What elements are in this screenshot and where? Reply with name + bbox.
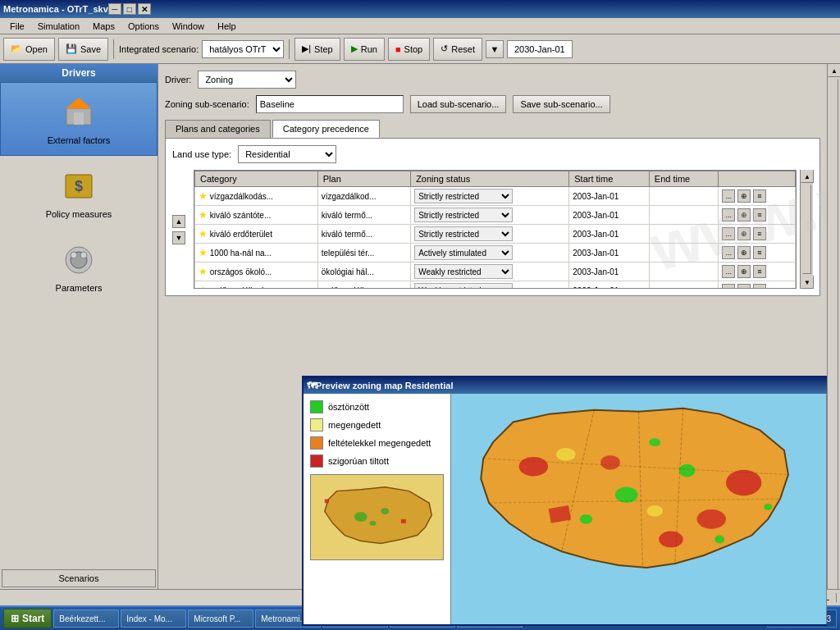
cell-status[interactable]: Weakly restricted Actively stimulatedStr…	[411, 281, 569, 290]
svg-rect-13	[325, 499, 329, 503]
close-btn[interactable]: ✕	[138, 3, 151, 15]
move-up-btn[interactable]: ▲	[172, 215, 185, 228]
row-step-btn[interactable]: ⊕	[737, 265, 751, 278]
tab-bar: Plans and categories Category precedence	[165, 120, 820, 138]
row-more-btn[interactable]: ≡	[753, 246, 766, 259]
table-scrollbar[interactable]: ▲ ▼	[800, 170, 813, 289]
svg-marker-1	[66, 98, 91, 108]
row-more-btn[interactable]: ≡	[753, 208, 766, 221]
scenario-select[interactable]: hatályos OTrT	[202, 40, 284, 58]
cell-actions: ... ⊕ ≡	[719, 262, 796, 281]
status-select[interactable]: Weakly restricted Actively stimulatedStr…	[414, 283, 513, 289]
main-scrollbar[interactable]: ▲ ▼	[827, 64, 840, 628]
taskbar-item-1[interactable]: Index - Mo...	[121, 609, 186, 628]
table-row: ★ erdőgazdálkod... erdőgazdálk... Weakly…	[195, 281, 796, 290]
reset-button[interactable]: ↺ Reset	[433, 38, 482, 61]
menu-bar: File Simulation Maps Options Window Help	[0, 18, 840, 34]
stop-icon: ■	[395, 44, 401, 54]
row-edit-btn[interactable]: ...	[722, 208, 735, 221]
run-button[interactable]: ▶ Run	[344, 38, 385, 61]
row-edit-btn[interactable]: ...	[722, 265, 735, 278]
move-down-btn[interactable]: ▼	[172, 231, 185, 244]
nav-scenarios[interactable]: Scenarios	[2, 569, 156, 587]
main-scroll-thumb[interactable]	[829, 79, 838, 614]
driver-row: Driver: Zoning	[165, 71, 820, 89]
toolbar-separator	[113, 39, 114, 59]
parameters-icon	[59, 240, 98, 280]
scroll-up-btn[interactable]: ▲	[801, 170, 814, 183]
cell-status[interactable]: Strictly restricted Actively stimulatedW…	[411, 225, 569, 244]
open-button[interactable]: 📂 Open	[3, 38, 55, 61]
table-row: ★ kiváló szántóte... kiváló termő... Str…	[195, 206, 796, 225]
legend-color-stimulated	[310, 400, 323, 413]
status-select[interactable]: Weakly restricted Actively stimulatedStr…	[414, 264, 513, 279]
zoning-row: Zoning sub-scenario: Baseline Load sub-s…	[165, 95, 820, 113]
cell-status[interactable]: Weakly restricted Actively stimulatedStr…	[411, 262, 569, 281]
svg-point-7	[71, 252, 77, 258]
row-more-btn[interactable]: ≡	[753, 265, 766, 278]
preview-sidebar: ⬡ Region boundaries 2003-Jan-01 LayerMan…	[826, 394, 827, 624]
zoning-sub-input[interactable]: Baseline	[256, 95, 404, 113]
row-more-btn[interactable]: ≡	[753, 284, 766, 289]
cell-status[interactable]: Actively stimulated Strictly restrictedW…	[411, 244, 569, 262]
star-icon: ★	[199, 266, 208, 277]
stop-button[interactable]: ■ Stop	[388, 38, 430, 61]
row-edit-btn[interactable]: ...	[722, 246, 735, 259]
cell-category: ★ erdőgazdálkod...	[195, 281, 318, 290]
land-use-select[interactable]: Residential	[238, 145, 336, 163]
scroll-thumb[interactable]	[802, 185, 811, 274]
sidebar-item-policy-measures[interactable]: $ Policy measures	[0, 156, 158, 230]
cell-start: 2003-Jan-01	[569, 187, 650, 206]
table-row: ★ országos ökoló... ökológiai hál... Wea…	[195, 262, 796, 281]
status-select[interactable]: Strictly restricted Actively stimulatedW…	[414, 226, 513, 241]
save-button[interactable]: 💾 Save	[58, 38, 108, 61]
step-button[interactable]: ▶| Step	[294, 38, 340, 61]
sidebar-item-external-factors[interactable]: External factors	[0, 82, 158, 156]
left-panel: Drivers External factors $ Policy measur…	[0, 64, 158, 628]
minimize-btn[interactable]: ─	[108, 3, 121, 15]
row-edit-btn[interactable]: ...	[722, 284, 735, 289]
cell-plan: települési tér...	[317, 244, 410, 262]
cell-end	[649, 187, 718, 206]
cell-status[interactable]: Strictly restricted Actively stimulatedW…	[411, 206, 569, 225]
tab-category[interactable]: Category precedence	[272, 120, 380, 138]
menu-options[interactable]: Options	[121, 20, 166, 33]
taskbar-item-2[interactable]: Microsoft P...	[188, 609, 253, 628]
taskbar-item-0[interactable]: Beérkezett...	[53, 609, 119, 628]
menu-simulation[interactable]: Simulation	[31, 20, 86, 33]
status-select[interactable]: Actively stimulated Strictly restrictedW…	[414, 245, 513, 260]
row-step-btn[interactable]: ⊕	[737, 227, 751, 240]
cell-start: 2003-Jan-01	[569, 225, 650, 244]
cell-end	[649, 206, 718, 225]
col-category: Category	[195, 171, 318, 187]
menu-file[interactable]: File	[3, 20, 31, 33]
driver-select[interactable]: Zoning	[198, 71, 296, 89]
start-button[interactable]: ⊞ Start	[3, 609, 52, 628]
row-step-btn[interactable]: ⊕	[737, 208, 751, 221]
legend-label-conditional: feltételekkel megengedett	[328, 438, 431, 448]
prev-year-btn[interactable]: ▼	[486, 40, 504, 58]
status-select[interactable]: Strictly restricted Actively stimulatedW…	[414, 189, 513, 203]
tab-plans[interactable]: Plans and categories	[165, 120, 271, 138]
row-more-btn[interactable]: ≡	[753, 189, 766, 203]
menu-help[interactable]: Help	[211, 20, 243, 33]
save-sub-btn[interactable]: Save sub-scenario...	[513, 95, 609, 113]
menu-window[interactable]: Window	[166, 20, 211, 33]
menu-maps[interactable]: Maps	[86, 20, 121, 33]
row-step-btn[interactable]: ⊕	[737, 284, 751, 289]
row-step-btn[interactable]: ⊕	[737, 189, 751, 203]
col-actions	[719, 171, 796, 187]
main-scroll-up[interactable]: ▲	[828, 64, 840, 77]
sidebar-item-parameters[interactable]: Parameters	[0, 230, 158, 304]
row-edit-btn[interactable]: ...	[722, 189, 735, 203]
load-sub-btn[interactable]: Load sub-scenario...	[410, 95, 507, 113]
scroll-down-btn[interactable]: ▼	[801, 276, 814, 289]
maximize-btn[interactable]: □	[123, 3, 136, 15]
status-select[interactable]: Strictly restricted Actively stimulatedW…	[414, 208, 513, 222]
reset-icon: ↺	[441, 43, 448, 54]
row-edit-btn[interactable]: ...	[722, 227, 735, 240]
move-buttons: ▲ ▼	[172, 170, 190, 289]
row-more-btn[interactable]: ≡	[753, 227, 766, 240]
row-step-btn[interactable]: ⊕	[737, 246, 751, 259]
cell-status[interactable]: Strictly restricted Actively stimulatedW…	[411, 187, 569, 206]
